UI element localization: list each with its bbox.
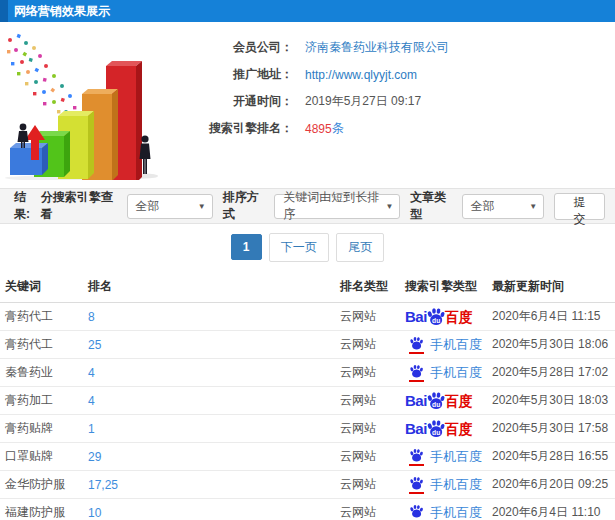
baidu-paw-icon	[409, 504, 424, 520]
rank-link[interactable]: 4	[88, 394, 95, 408]
page-title-bar: 网络营销效果展示	[0, 0, 615, 22]
baidu-mobile-label: 手机百度	[430, 366, 482, 379]
baidu-wordmark: Bai	[405, 393, 427, 408]
updated-cell: 2020年5月30日 18:03	[487, 387, 615, 415]
keyword-header: 关键词	[0, 271, 83, 303]
bar-blue	[10, 143, 48, 175]
engine-cell: 手机百度	[400, 443, 487, 471]
keyword-cell: 福建防护服	[0, 499, 83, 520]
chevron-down-icon: ▼	[385, 202, 393, 211]
table-row: 膏药贴牌1云网站Baidu百度2020年5月30日 17:58	[0, 415, 615, 443]
article-type-value: 全部	[471, 198, 495, 215]
baidu-mobile-logo: 手机百度	[405, 504, 482, 520]
baidu-pc-logo: Baidu百度	[405, 307, 473, 327]
engine-type-header: 搜索引擎类型	[400, 271, 487, 303]
article-type-label: 文章类型	[410, 189, 456, 223]
table-header-row: 关键词 排名 排名类型 搜索引擎类型 最新更新时间	[0, 271, 615, 303]
baidu-mobile-label: 手机百度	[430, 450, 482, 463]
engine-filter-label: 分搜索引擎查看	[41, 189, 121, 223]
rank-link[interactable]: 17,25	[88, 478, 118, 492]
svg-text:du: du	[432, 428, 440, 435]
open-time-row: 开通时间： 2019年5月27日 09:17	[175, 88, 449, 115]
baidu-cn-wordmark: 百度	[445, 310, 473, 324]
growth-bar-chart-illustration	[0, 28, 175, 180]
rank-cell: 17,25	[83, 471, 335, 499]
baidu-paw-icon	[409, 476, 424, 494]
keyword-cell: 金华防护服	[0, 471, 83, 499]
updated-cell: 2020年5月28日 17:02	[487, 359, 615, 387]
last-page-button[interactable]: 尾页	[336, 233, 384, 262]
rank-link[interactable]: 8	[88, 310, 95, 324]
keyword-cell: 秦鲁药业	[0, 359, 83, 387]
updated-cell: 2020年5月28日 16:55	[487, 443, 615, 471]
rank-type-cell: 云网站	[335, 331, 400, 359]
rank-link[interactable]: 25	[88, 338, 101, 352]
engine-cell: Baidu百度	[400, 303, 487, 331]
rank-cell: 25	[83, 331, 335, 359]
svg-text:du: du	[432, 316, 440, 323]
rank-link[interactable]: 29	[88, 450, 101, 464]
sort-label: 排序方式	[223, 189, 269, 223]
rank-type-cell: 云网站	[335, 443, 400, 471]
baidu-paw-icon: du	[426, 391, 446, 411]
results-table: 关键词 排名 排名类型 搜索引擎类型 最新更新时间 膏药代工8云网站Baidu百…	[0, 271, 615, 520]
results-filter-bar: 结果: 分搜索引擎查看 全部 ▼ 排序方式 关键词由短到长排序 ▼ 文章类型 全…	[0, 188, 615, 224]
rank-cell: 4	[83, 359, 335, 387]
table-row: 福建防护服10云网站手机百度2020年6月4日 11:10	[0, 499, 615, 520]
rank-type-cell: 云网站	[335, 303, 400, 331]
rank-cell: 4	[83, 387, 335, 415]
pagination: 1 下一页 尾页	[0, 224, 615, 271]
engine-cell: Baidu百度	[400, 415, 487, 443]
sort-value: 关键词由短到长排序	[283, 189, 379, 223]
engine-filter-select[interactable]: 全部 ▼	[127, 194, 213, 219]
company-link[interactable]: 济南秦鲁药业科技有限公司	[305, 39, 449, 56]
rank-link[interactable]: 1	[88, 422, 95, 436]
rank-type-cell: 云网站	[335, 471, 400, 499]
rank-link[interactable]: 4	[88, 366, 95, 380]
engine-filter-value: 全部	[136, 198, 160, 215]
next-page-button[interactable]: 下一页	[269, 233, 329, 262]
updated-cell: 2020年6月20日 09:25	[487, 471, 615, 499]
open-time-value: 2019年5月27日 09:17	[305, 93, 421, 110]
company-row: 会员公司： 济南秦鲁药业科技有限公司	[175, 34, 449, 61]
engine-cell: 手机百度	[400, 499, 487, 520]
rank-cell: 10	[83, 499, 335, 520]
engine-rank-row: 搜索引擎排名： 4895 条	[175, 115, 449, 142]
results-table-body: 膏药代工8云网站Baidu百度2020年6月4日 11:15膏药代工25云网站手…	[0, 303, 615, 520]
page-1-button[interactable]: 1	[231, 234, 262, 260]
growth-bar-chart-image	[0, 28, 175, 180]
updated-cell: 2020年6月4日 11:15	[487, 303, 615, 331]
table-row: 口罩贴牌29云网站手机百度2020年5月28日 16:55	[0, 443, 615, 471]
baidu-wordmark: Bai	[405, 421, 427, 436]
baidu-mobile-logo: 手机百度	[405, 336, 482, 354]
result-label: 结果:	[14, 189, 41, 223]
baidu-pc-logo: Baidu百度	[405, 391, 473, 411]
page-title: 网络营销效果展示	[14, 4, 110, 18]
rank-type-cell: 云网站	[335, 387, 400, 415]
updated-cell: 2020年5月30日 18:06	[487, 331, 615, 359]
promo-url-link[interactable]: http://www.qlyyjt.com	[305, 68, 417, 82]
keyword-cell: 口罩贴牌	[0, 443, 83, 471]
submit-button[interactable]: 提交	[554, 193, 605, 220]
baidu-wordmark: Bai	[405, 309, 427, 324]
baidu-cn-wordmark: 百度	[445, 422, 473, 436]
engine-rank-count: 4895	[305, 122, 332, 136]
confetti-dots	[7, 34, 81, 122]
engine-cell: 手机百度	[400, 471, 487, 499]
baidu-mobile-logo: 手机百度	[405, 476, 482, 494]
rank-link[interactable]: 10	[88, 506, 101, 520]
updated-header: 最新更新时间	[487, 271, 615, 303]
sort-select[interactable]: 关键词由短到长排序 ▼	[274, 194, 400, 219]
updated-cell: 2020年5月30日 17:58	[487, 415, 615, 443]
member-info-fields: 会员公司： 济南秦鲁药业科技有限公司 推广地址： http://www.qlyy…	[175, 28, 449, 180]
open-time-label: 开通时间：	[175, 93, 293, 110]
baidu-paw-icon	[409, 364, 424, 382]
baidu-mobile-logo: 手机百度	[405, 448, 482, 466]
keyword-cell: 膏药代工	[0, 303, 83, 331]
table-row: 金华防护服17,25云网站手机百度2020年6月20日 09:25	[0, 471, 615, 499]
svg-text:du: du	[432, 400, 440, 407]
baidu-paw-icon: du	[426, 419, 446, 439]
article-type-select[interactable]: 全部 ▼	[462, 194, 544, 219]
baidu-cn-wordmark: 百度	[445, 394, 473, 408]
baidu-mobile-label: 手机百度	[430, 338, 482, 351]
